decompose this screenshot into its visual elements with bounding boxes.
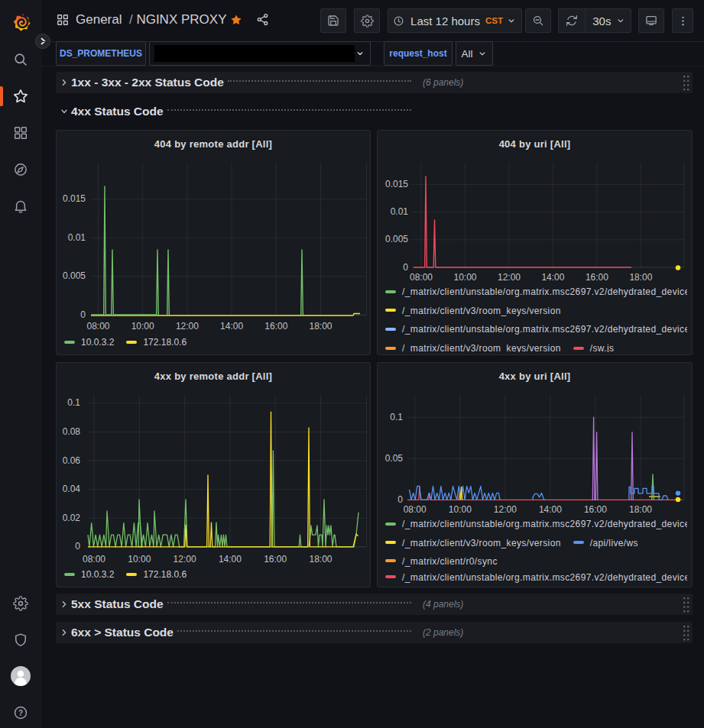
svg-text:?: ?: [18, 709, 23, 717]
